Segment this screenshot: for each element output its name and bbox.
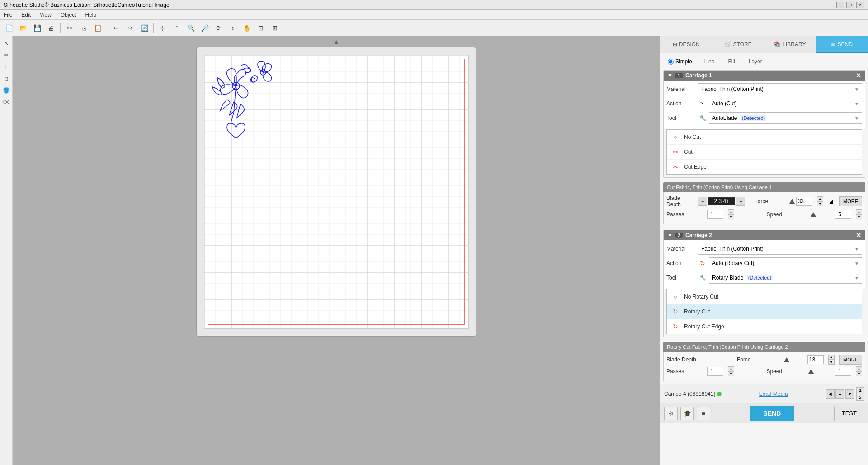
maximize-button[interactable]: □ — [846, 2, 854, 8]
carriage1-cut-settings: Blade Depth − 2 3 4+ + Force ▲ ▼ — [663, 192, 865, 224]
menu-file[interactable]: File — [2, 11, 14, 19]
carriage2-close[interactable]: ✕ — [856, 232, 861, 239]
text-tool[interactable]: T — [1, 62, 12, 72]
minimize-button[interactable]: − — [836, 2, 844, 8]
refresh-button[interactable]: 🔄 — [138, 22, 151, 34]
redo-button[interactable]: ↪ — [124, 22, 137, 34]
load-media-link[interactable]: Load Media — [760, 391, 788, 397]
material-dropdown[interactable]: Fabric, Thin (Cotton Print) ▼ — [698, 83, 862, 95]
tab-design[interactable]: ⊞ DESIGN — [660, 36, 712, 53]
force-slider-c2[interactable] — [778, 357, 803, 362]
force-up-c1[interactable]: ▲ — [817, 196, 823, 201]
material-dropdown-c2[interactable]: Fabric, Thin (Cotton Print) ▼ — [698, 243, 862, 255]
zoom-out[interactable]: 🔎 — [198, 22, 211, 34]
more-btn-c2[interactable]: MORE — [839, 355, 862, 365]
blade-depth-plus-c1[interactable]: + — [736, 197, 745, 206]
option-cut-edge[interactable]: ✂ Cut Edge — [667, 160, 862, 174]
passes-input-c2[interactable] — [707, 367, 723, 376]
device-info: Cameo 4 (06818941) — [664, 391, 722, 397]
print-button[interactable]: 🖨 — [45, 22, 57, 34]
rotary-cut-icon: ↻ — [670, 307, 680, 317]
force-slider-c1[interactable] — [786, 199, 792, 204]
force-up-c2[interactable]: ▲ — [828, 355, 835, 360]
passes-up-c2[interactable]: ▲ — [728, 366, 734, 371]
pointer-tool[interactable]: ↖ — [1, 38, 12, 49]
fill-tool[interactable]: 🪣 — [1, 85, 12, 96]
tab-store[interactable]: 🛒 STORE — [712, 36, 764, 53]
boundary-tool[interactable]: ⊡ — [255, 22, 267, 34]
subtab-layer[interactable]: Layer — [744, 56, 767, 67]
speed-slider-c2[interactable] — [807, 369, 831, 374]
hand-tool[interactable]: ✋ — [241, 22, 253, 34]
canvas[interactable] — [204, 55, 469, 329]
force-value-c2[interactable] — [807, 355, 824, 364]
info-icon-btn[interactable]: 🎓 — [680, 407, 694, 420]
more-btn-c1[interactable]: MORE — [839, 196, 862, 206]
scroll-up-button[interactable]: ▲ — [330, 36, 343, 47]
zoom-in[interactable]: 🔍 — [184, 22, 197, 34]
subtab-simple[interactable]: Simple — [664, 56, 696, 67]
settings-icon-btn[interactable]: ⚙ — [664, 407, 678, 420]
menu-object[interactable]: Object — [59, 11, 78, 19]
speed-slider-c1[interactable] — [807, 212, 831, 217]
action-dropdown-c1[interactable]: Auto (Cut) ▼ — [709, 98, 862, 109]
copy-tool[interactable]: ⎘ — [77, 22, 90, 34]
option-cut[interactable]: ✂ Cut — [667, 145, 862, 160]
tool-value-c1: 🔧 AutoBlade (Detected) ▼ — [698, 112, 862, 124]
carriage1-collapse[interactable]: ▼ — [667, 72, 673, 79]
nav-up[interactable]: ▲ — [835, 389, 844, 399]
undo-button[interactable]: ↩ — [110, 22, 123, 34]
action-dropdown-c2[interactable]: Auto (Rotary Cut) ▼ — [709, 257, 862, 269]
nav-down[interactable]: ▼ — [845, 389, 854, 399]
subtab-fill[interactable]: Fill — [723, 56, 740, 67]
passes-down-c1[interactable]: ▼ — [728, 214, 734, 219]
tool-dropdown-c2[interactable]: Rotary Blade (Detected) ▼ — [709, 272, 862, 284]
blade-depth-minus-c1[interactable]: − — [698, 197, 707, 206]
open-button[interactable]: 📂 — [17, 22, 29, 34]
passes-up-c1[interactable]: ▲ — [728, 209, 734, 214]
option-no-cut[interactable]: ○ No Cut — [667, 130, 862, 145]
subtab-line[interactable]: Line — [699, 56, 720, 67]
carriage1-action-options: ○ No Cut ✂ Cut ✂ Cut Edge — [666, 129, 862, 175]
speed-value-c2[interactable] — [835, 367, 851, 376]
paste-tool[interactable]: 📋 — [91, 22, 104, 34]
tool-dropdown-c1[interactable]: AutoBlade (Detected) ▼ — [709, 112, 862, 124]
shape-tool[interactable]: □ — [1, 73, 12, 84]
move-tool[interactable]: ↕ — [226, 22, 239, 34]
save-button[interactable]: 💾 — [31, 22, 43, 34]
rotate-tool[interactable]: ⟳ — [212, 22, 225, 34]
test-button[interactable]: TEST — [834, 406, 864, 421]
passes-input-c1[interactable] — [707, 210, 723, 219]
close-button[interactable]: × — [856, 2, 864, 8]
option-no-rotary-cut[interactable]: ○ No Rotary Cut — [667, 289, 862, 304]
carriage1-close[interactable]: ✕ — [856, 72, 861, 79]
force-down-c1[interactable]: ▼ — [817, 201, 823, 206]
menu-edit[interactable]: Edit — [19, 11, 33, 19]
passes-down-c2[interactable]: ▼ — [728, 371, 734, 376]
new-button[interactable]: 📄 — [3, 22, 15, 34]
lasso-tool[interactable]: ⬚ — [170, 22, 183, 34]
menu-help[interactable]: Help — [84, 11, 99, 19]
cut-tool[interactable]: ✂ — [63, 22, 76, 34]
menu-view[interactable]: View — [38, 11, 53, 19]
tab-send[interactable]: ✉ SEND — [816, 36, 868, 53]
carriage2-title: Carriage 2 — [685, 232, 712, 238]
eraser-tool[interactable]: ⌫ — [1, 97, 12, 108]
tab-library[interactable]: 📚 LIBRARY — [764, 36, 816, 53]
force-down-c2[interactable]: ▼ — [828, 360, 835, 365]
option-rotary-cut-edge[interactable]: ↻ Rotary Cut Edge — [667, 319, 862, 334]
draw-tool[interactable]: ✏ — [1, 50, 12, 61]
nav-left[interactable]: ◀ — [826, 389, 835, 399]
send-button[interactable]: SEND — [750, 406, 794, 421]
option-rotary-cut[interactable]: ↻ Rotary Cut — [667, 304, 862, 319]
carriage2-collapse[interactable]: ▼ — [667, 232, 673, 238]
force-value-c1[interactable] — [796, 197, 812, 206]
registration-tool[interactable]: ⊞ — [269, 22, 281, 34]
speed-down-c1[interactable]: ▼ — [856, 214, 862, 219]
speed-down-c2[interactable]: ▼ — [856, 371, 862, 376]
select-tool[interactable]: ⊹ — [156, 22, 169, 34]
speed-up-c2[interactable]: ▲ — [856, 366, 862, 371]
list-icon-btn[interactable]: ≡ — [697, 407, 710, 420]
speed-value-c1[interactable] — [835, 210, 851, 219]
speed-up-c1[interactable]: ▲ — [856, 209, 862, 214]
